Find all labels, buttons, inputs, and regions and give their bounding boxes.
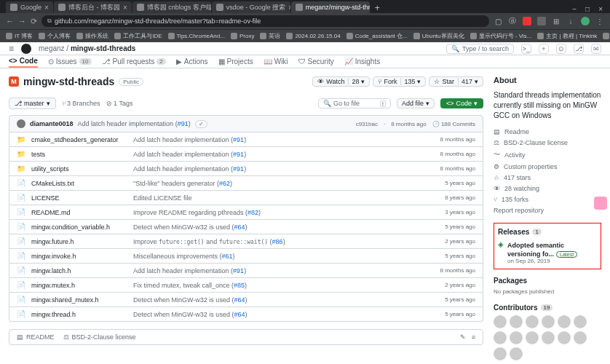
commit-message[interactable]: Detect when MinGW-w32 is used (#64) bbox=[133, 296, 424, 304]
commit-message[interactable]: Add latch header implementation (#91) bbox=[133, 267, 424, 274]
file-name[interactable]: README.md bbox=[31, 209, 133, 216]
commit-message[interactable]: Edited LICENSE file bbox=[133, 194, 424, 202]
nav-code[interactable]: <>Code bbox=[9, 55, 38, 68]
edit-icon[interactable]: ✎ bbox=[460, 333, 466, 341]
file-name[interactable]: mingw.condition_variable.h bbox=[31, 223, 133, 231]
readme-link[interactable]: ▤Readme bbox=[494, 128, 601, 135]
forward-button[interactable]: → bbox=[18, 17, 26, 25]
file-row[interactable]: 📁cmake_stdheaders_generatorAdd latch hea… bbox=[9, 132, 483, 146]
new-tab-button[interactable]: + bbox=[371, 3, 384, 13]
commit-message[interactable]: Add latch header implementation (#91) bbox=[78, 120, 191, 127]
download-icon[interactable]: ↓ bbox=[566, 17, 575, 25]
search-input[interactable]: 🔍 Type / to search bbox=[446, 44, 514, 54]
watch-button[interactable]: 👁Watch28▾ bbox=[312, 76, 370, 87]
extension-icon[interactable] bbox=[537, 17, 546, 25]
file-row[interactable]: 📄mingw.thread.hDetect when MinGW-w32 is … bbox=[9, 306, 483, 321]
commit-message[interactable]: Miscellaneous improvements (#61) bbox=[133, 253, 424, 260]
report-link[interactable]: Report repository bbox=[494, 207, 601, 214]
browser-tab[interactable]: 博客后台 - 博客园× bbox=[54, 1, 132, 13]
file-row[interactable]: 📄mingw.future.hImprove future::get() and… bbox=[9, 234, 483, 248]
close-icon[interactable]: × bbox=[123, 4, 127, 12]
repo-link[interactable]: mingw-std-threads bbox=[71, 44, 135, 52]
pr-link[interactable]: #91 bbox=[178, 120, 189, 127]
file-row[interactable]: 📄mingw.mutex.hFix timed mutex, tweak cal… bbox=[9, 277, 483, 292]
file-row[interactable]: 📄mingw.condition_variable.hDetect when M… bbox=[9, 219, 483, 234]
close-icon[interactable]: × bbox=[44, 4, 49, 12]
contributor-avatar[interactable] bbox=[526, 331, 539, 344]
menu-icon[interactable]: ≡ bbox=[9, 44, 14, 54]
bookmark-folder[interactable]: Code_assistant 仓... bbox=[346, 32, 408, 40]
nav-projects[interactable]: ▦Projects bbox=[218, 55, 253, 68]
tags-link[interactable]: ⊘ 1 Tags bbox=[106, 100, 133, 107]
contributor-avatar[interactable] bbox=[542, 315, 555, 328]
profile-icon[interactable] bbox=[581, 17, 590, 25]
browser-tab[interactable]: vsdoe - Google 搜索× bbox=[212, 1, 290, 13]
activity-link[interactable]: 〜Activity bbox=[494, 150, 601, 159]
file-row[interactable]: 📄CMakeLists.txt"Std-like" headers genera… bbox=[9, 175, 483, 190]
file-name[interactable]: mingw.shared_mutex.h bbox=[31, 296, 133, 304]
commit-message[interactable]: Detect when MinGW-w32 is used (#64) bbox=[133, 223, 424, 231]
bookmark-folder[interactable]: 2024.02.26.15.04 bbox=[286, 33, 340, 39]
commit-message[interactable]: Add latch header implementation (#91) bbox=[133, 151, 424, 158]
code-button[interactable]: <>Code▾ bbox=[440, 98, 483, 108]
site-info-icon[interactable]: ⧉ bbox=[47, 17, 52, 25]
create-button[interactable]: + bbox=[539, 44, 549, 54]
file-row[interactable]: 📄mingw.shared_mutex.hDetect when MinGW-w… bbox=[9, 292, 483, 306]
contributor-avatar[interactable] bbox=[558, 331, 571, 344]
contributor-avatar[interactable] bbox=[526, 315, 539, 328]
command-palette-button[interactable]: >_ bbox=[521, 44, 531, 54]
github-logo-icon[interactable] bbox=[21, 44, 31, 54]
translate-icon[interactable]: ⓐ bbox=[508, 17, 517, 25]
file-name[interactable]: CMakeLists.txt bbox=[31, 180, 133, 187]
custom-props-link[interactable]: ⚙Custom properties bbox=[494, 163, 601, 170]
commit-message[interactable]: Fix timed mutex, tweak call_once (#85) bbox=[133, 282, 424, 289]
close-icon[interactable]: × bbox=[288, 4, 290, 12]
commits-link[interactable]: 🕑 188 Commits bbox=[432, 121, 475, 127]
contributor-avatar[interactable] bbox=[510, 315, 523, 328]
nav-security[interactable]: 🛡Security bbox=[298, 55, 334, 68]
browser-tab[interactable]: Google× bbox=[6, 1, 53, 13]
bookmark-link[interactable]: The Public Domai... bbox=[603, 33, 610, 39]
extension-icon[interactable] bbox=[523, 17, 531, 25]
commit-message[interactable]: Improve README regarding pthreads (#82) bbox=[133, 209, 424, 216]
bookmark-folder[interactable]: Tips.ChromeAnd... bbox=[168, 33, 225, 39]
bookmark-link[interactable]: 主页 | 教程 | Tinkink bbox=[537, 32, 597, 40]
contributor-avatar[interactable] bbox=[510, 331, 523, 344]
commit-message[interactable]: Add latch header implementation (#91) bbox=[133, 165, 424, 173]
nav-insights[interactable]: 📈Insights bbox=[344, 55, 380, 68]
file-name[interactable]: mingw.future.h bbox=[31, 238, 133, 245]
extensions-icon[interactable]: ⊞ bbox=[552, 17, 561, 25]
bookmark-folder[interactable]: Proxy bbox=[231, 33, 254, 39]
contributor-avatar[interactable] bbox=[494, 331, 507, 344]
bookmark-link[interactable]: 显示代码行号 - Vis... bbox=[470, 32, 532, 40]
file-name[interactable]: tests bbox=[31, 151, 133, 158]
contributor-avatar[interactable] bbox=[494, 347, 507, 360]
file-name[interactable]: utility_scripts bbox=[31, 165, 133, 173]
browser-tab[interactable]: 博客园 cnblogs 客户端 - Visu...× bbox=[132, 1, 211, 13]
fork-button[interactable]: ⑂Fork135▾ bbox=[373, 76, 426, 87]
bookmark-folder[interactable]: 个人博客 bbox=[39, 32, 71, 40]
ai-assistant-badge[interactable] bbox=[594, 197, 607, 210]
file-search[interactable]: 🔍Go to filet bbox=[318, 98, 391, 108]
close-window-icon[interactable]: × bbox=[598, 5, 603, 13]
branch-selector[interactable]: ⎇master▾ bbox=[9, 98, 56, 109]
contributor-avatar[interactable] bbox=[494, 315, 507, 328]
file-row[interactable]: 📄LICENSEEdited LICENSE file8 years ago bbox=[9, 190, 483, 205]
branches-link[interactable]: ⑂ 3 Branches bbox=[62, 100, 100, 107]
bookmark-folder[interactable]: Ubuntu界面美化 bbox=[413, 32, 464, 40]
file-row[interactable]: 📄mingw.invoke.hMiscellaneous improvement… bbox=[9, 248, 483, 263]
inbox-button[interactable]: ✉ bbox=[591, 44, 601, 54]
commit-message[interactable]: Add latch header implementation (#91) bbox=[133, 136, 424, 143]
license-link[interactable]: ⚖BSD-2-Clause license bbox=[494, 139, 601, 146]
license-tab[interactable]: ⚖BSD-2-Clause license bbox=[63, 333, 136, 341]
file-name[interactable]: mingw.mutex.h bbox=[31, 282, 133, 289]
contributor-avatar[interactable] bbox=[574, 331, 587, 344]
star-button[interactable]: ☆Star417▾ bbox=[429, 76, 483, 87]
bookmark-folder[interactable]: IT 博客 bbox=[6, 32, 33, 40]
outline-icon[interactable]: ≡ bbox=[472, 333, 475, 341]
nav-wiki[interactable]: 📖Wiki bbox=[264, 55, 288, 68]
watching-link[interactable]: 👁28 watching bbox=[494, 185, 601, 192]
file-name[interactable]: mingw.invoke.h bbox=[31, 253, 133, 260]
nav-pr[interactable]: ⎇Pull requests2 bbox=[102, 55, 166, 68]
commit-message[interactable]: "Std-like" headers generator (#62) bbox=[133, 180, 424, 187]
